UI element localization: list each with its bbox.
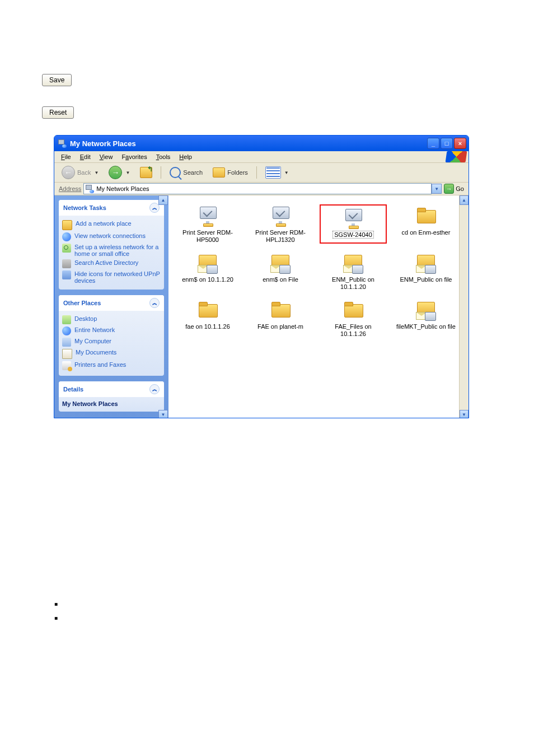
folder-icon [195, 298, 220, 321]
computer-icon [62, 338, 71, 347]
go-button[interactable]: → Go [442, 184, 466, 194]
panel-details: Details ︽ My Network Places [59, 381, 164, 412]
panel-title: Other Places [63, 300, 101, 306]
task-hide-upnp[interactable]: Hide icons for networked UPnP devices [62, 269, 161, 285]
item-label: fileMKT_Public on file [396, 323, 456, 330]
scroll-down-icon[interactable]: ▼ [460, 410, 469, 418]
maximize-button[interactable]: □ [441, 138, 453, 149]
place-desktop[interactable]: Desktop [62, 314, 161, 325]
chevron-up-icon: ︽ [149, 298, 160, 308]
main-content: Print Server RDM-HP5000Print Server RDM-… [168, 195, 469, 418]
file-item-2[interactable]: SGSW-24040 [320, 204, 387, 244]
task-label: Printers and Faxes [74, 361, 126, 368]
panel-other-places: Other Places ︽ Desktop Entire Network My… [59, 295, 164, 376]
netfolder-icon [414, 251, 438, 274]
file-item-9[interactable]: FAE on planet-m [247, 298, 314, 338]
titlebar[interactable]: My Network Places _ □ × [54, 136, 469, 151]
file-item-7[interactable]: ENM_Public on file [392, 251, 460, 291]
menu-tools[interactable]: Tools [152, 152, 175, 161]
go-label: Go [456, 185, 464, 192]
search-button[interactable]: Search [166, 165, 207, 180]
desktop-icon [62, 315, 71, 324]
folder-icon [414, 204, 438, 227]
item-label: fae on 10.1.1.26 [185, 323, 230, 330]
netfolder-icon [414, 298, 438, 321]
file-item-1[interactable]: Print Server RDM-HPLJ1320 [247, 204, 314, 244]
file-item-11[interactable]: fileMKT_Public on file [392, 298, 460, 338]
menu-help[interactable]: Help [175, 152, 196, 161]
menu-edit[interactable]: Edit [76, 152, 95, 161]
menubar: File Edit View Favorites Tools Help [54, 151, 469, 163]
item-label: ENM_Public on file [400, 276, 452, 283]
item-label: ENM_Public on 10.1.1.20 [322, 276, 384, 291]
reset-button[interactable]: Reset [42, 106, 74, 119]
toolbar: Back ▼ ▼ Search Folders ▼ [54, 163, 469, 183]
close-button[interactable]: × [454, 138, 466, 149]
sidebar-scroll-up[interactable]: ▲ [158, 195, 168, 205]
sidebar: ▲ Network Tasks ︽ Add a network place Vi… [54, 195, 168, 418]
netfolder-icon [268, 251, 293, 274]
addressbar: Address My Network Places ▼ → Go [54, 183, 469, 195]
task-label: Hide icons for networked UPnP devices [74, 270, 161, 284]
address-input[interactable]: My Network Places [83, 183, 432, 194]
forward-button[interactable]: ▼ [105, 164, 134, 181]
task-add-network-place[interactable]: Add a network place [62, 219, 161, 231]
panel-head-details[interactable]: Details ︽ [59, 381, 164, 397]
task-view-connections[interactable]: View network connections [62, 231, 161, 242]
folders-icon [213, 167, 225, 178]
file-item-6[interactable]: ENM_Public on 10.1.1.20 [320, 251, 387, 291]
monitor-icon [268, 204, 293, 227]
views-dropdown-icon: ▼ [284, 170, 289, 175]
task-label: Entire Network [74, 326, 115, 333]
menu-favorites[interactable]: Favorites [117, 152, 151, 161]
file-item-5[interactable]: enm$ on File [247, 251, 314, 291]
network-icon [62, 326, 71, 335]
printers-icon [62, 361, 71, 370]
place-my-computer[interactable]: My Computer [62, 337, 161, 348]
file-item-3[interactable]: cd on Enm-esther [392, 204, 460, 244]
back-dropdown-icon: ▼ [94, 170, 99, 175]
back-label: Back [77, 169, 91, 176]
system-icon [58, 139, 67, 148]
search-icon [170, 167, 181, 178]
forward-arrow-icon [109, 166, 122, 179]
file-item-8[interactable]: fae on 10.1.1.26 [174, 298, 241, 338]
file-item-4[interactable]: enm$ on 10.1.1.20 [174, 251, 241, 291]
file-item-0[interactable]: Print Server RDM-HP5000 [174, 204, 241, 244]
task-search-ad[interactable]: Search Active Directory [62, 258, 161, 269]
scroll-up-icon[interactable]: ▲ [460, 195, 469, 205]
folders-button[interactable]: Folders [209, 165, 252, 180]
folders-label: Folders [227, 169, 248, 176]
place-my-documents[interactable]: My Documents [62, 348, 161, 360]
place-entire-network[interactable]: Entire Network [62, 325, 161, 337]
up-button[interactable] [136, 165, 156, 180]
views-button[interactable]: ▼ [261, 164, 293, 181]
menu-view[interactable]: View [95, 152, 118, 161]
save-button[interactable]: Save [42, 74, 72, 86]
task-label: Desktop [74, 315, 97, 322]
windows-flag-icon [446, 151, 466, 162]
main-scrollbar[interactable]: ▲ ▼ [459, 195, 469, 418]
minimize-button[interactable]: _ [427, 138, 439, 149]
folder-icon [341, 298, 366, 321]
scroll-track[interactable] [460, 205, 469, 410]
item-label: Print Server RDM-HP5000 [177, 229, 238, 244]
item-label: enm$ on File [263, 276, 298, 283]
panel-head-other-places[interactable]: Other Places ︽ [59, 295, 164, 311]
ad-icon [62, 259, 71, 268]
task-label: View network connections [74, 232, 146, 239]
file-item-10[interactable]: FAE_Files on 10.1.1.26 [320, 298, 387, 338]
place-printers[interactable]: Printers and Faxes [62, 360, 161, 371]
monitor-icon [341, 207, 366, 229]
documents-icon [62, 349, 72, 359]
panel-head-network-tasks[interactable]: Network Tasks ︽ [59, 200, 164, 216]
menu-file[interactable]: File [57, 152, 76, 161]
sidebar-scroll-down[interactable]: ▼ [158, 410, 168, 418]
address-dropdown[interactable]: ▼ [432, 184, 442, 194]
task-setup-wireless[interactable]: Set up a wireless network for a home or … [62, 242, 161, 258]
views-icon [265, 166, 281, 179]
wireless-icon [62, 244, 71, 253]
bullet-icon: ■ [54, 601, 58, 607]
search-label: Search [183, 169, 203, 176]
back-button[interactable]: Back ▼ [58, 164, 102, 181]
